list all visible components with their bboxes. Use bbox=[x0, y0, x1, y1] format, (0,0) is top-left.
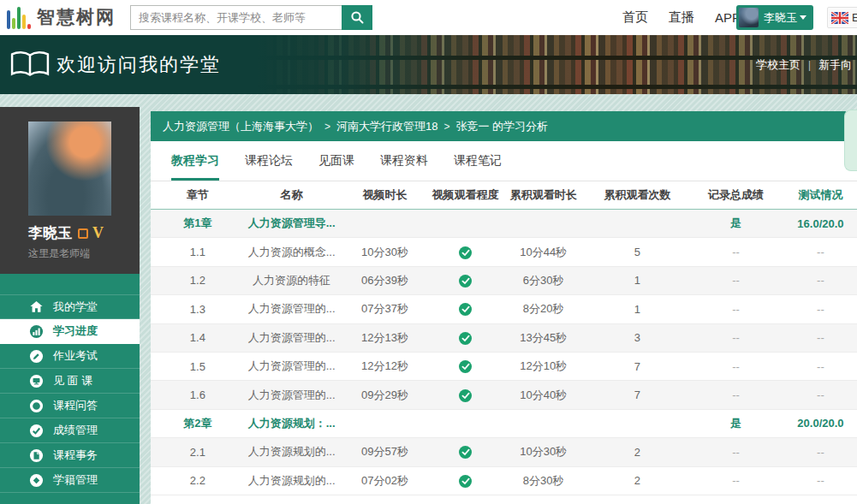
table-row: 1.4人力资源管理的...12分13秒13分45秒3---- bbox=[151, 324, 857, 353]
table-cell: 8分20秒 bbox=[500, 301, 587, 317]
banner-links: 学校主页 | 新手向 bbox=[756, 57, 852, 73]
profile-name-row: 李晓玉 V bbox=[28, 223, 104, 243]
tab-0[interactable]: 教程学习 bbox=[171, 153, 219, 181]
table-cell: 20.0/20.0 bbox=[784, 417, 857, 430]
watched-check-icon bbox=[459, 303, 472, 316]
watched-check-icon bbox=[459, 275, 472, 288]
logo-bars-icon bbox=[7, 5, 31, 29]
table-row: 1.1人力资源的概念...10分30秒10分44秒5---- bbox=[151, 238, 857, 266]
table-cell bbox=[431, 474, 500, 488]
sidebar-item-7[interactable]: 学籍管理 bbox=[0, 468, 140, 493]
welcome-banner: 欢迎访问我的学堂 学校主页 | 新手向 bbox=[0, 35, 857, 94]
tab-4[interactable]: 课程笔记 bbox=[454, 153, 502, 181]
table-cell: 1 bbox=[587, 274, 687, 287]
topnav-item-1[interactable]: 直播 bbox=[669, 9, 694, 26]
sidebar-item-3[interactable]: 见 面 课 bbox=[0, 369, 140, 394]
table-cell: 第2章 bbox=[151, 416, 245, 431]
table-cell: 12分10秒 bbox=[500, 359, 587, 374]
table-cell: -- bbox=[784, 246, 857, 258]
banner-title: 欢迎访问我的学堂 bbox=[57, 52, 221, 78]
monitor-icon bbox=[29, 374, 44, 388]
table-header-cell-1: 名称 bbox=[245, 187, 339, 203]
table-header-cell-2: 视频时长 bbox=[338, 187, 431, 203]
sidebar-item-6[interactable]: 课程事务 bbox=[0, 443, 140, 468]
table-cell: 6分30秒 bbox=[500, 273, 587, 288]
pencil-icon bbox=[29, 349, 44, 364]
sidebar-item-label: 课程事务 bbox=[53, 448, 98, 463]
table-header-row: 章节名称视频时长视频观看程度累积观看时长累积观看次数记录总成绩测试情况 bbox=[151, 181, 857, 210]
table-cell: 2.1 bbox=[151, 446, 245, 459]
breadcrumb-segment-0[interactable]: 人力资源管理（上海海事大学） bbox=[163, 119, 318, 134]
table-cell: 人力资源的概念... bbox=[245, 245, 339, 260]
open-book-icon bbox=[10, 50, 50, 80]
table-cell: 5 bbox=[587, 246, 687, 258]
table-cell: 1.6 bbox=[151, 388, 245, 401]
language-switcher[interactable]: E bbox=[827, 7, 857, 28]
table-cell: 12分12秒 bbox=[338, 359, 431, 374]
table-cell: 8分30秒 bbox=[500, 473, 587, 489]
table-cell: 2 bbox=[587, 474, 687, 487]
table-row: 2.1人力资源规划的...09分57秒10分30秒2---- bbox=[151, 438, 857, 466]
watched-check-icon bbox=[459, 389, 472, 402]
profile-photo[interactable] bbox=[28, 122, 111, 216]
table-row: 第2章人力资源规划：...是20.0/20.0 bbox=[151, 410, 857, 438]
breadcrumb-segment-1[interactable]: 河南大学行政管理18 bbox=[336, 119, 437, 134]
sidebar-item-2[interactable]: 作业考试 bbox=[0, 344, 140, 369]
diamond-icon bbox=[29, 473, 44, 488]
table-body: 第1章人力资源管理导...是16.0/20.01.1人力资源的概念...10分3… bbox=[151, 210, 857, 495]
user-menu-button[interactable]: 李晓玉 bbox=[736, 5, 813, 30]
table-cell: 人力资源管理导... bbox=[245, 216, 339, 231]
tab-2[interactable]: 见面课 bbox=[318, 153, 354, 181]
table-cell: -- bbox=[687, 303, 784, 316]
table-cell: -- bbox=[687, 388, 784, 401]
topbar: 智慧树网 首页直播APP 李晓玉 E bbox=[0, 0, 857, 35]
tab-3[interactable]: 课程资料 bbox=[380, 153, 428, 181]
table-row: 1.2人力资源的特征06分39秒6分30秒1---- bbox=[151, 267, 857, 295]
table-header-cell-4: 累积观看时长 bbox=[500, 187, 587, 203]
school-home-link[interactable]: 学校主页 bbox=[756, 57, 800, 73]
profile-card: 李晓玉 V 这里是老师端 bbox=[0, 107, 140, 274]
sidebar-item-label: 我的学堂 bbox=[53, 299, 98, 315]
table-cell bbox=[431, 302, 500, 316]
document-icon bbox=[29, 448, 44, 463]
table-cell: 7 bbox=[587, 388, 687, 401]
table-cell: 人力资源管理的... bbox=[245, 359, 339, 374]
content-panel: 教程学习课程论坛见面课课程资料课程笔记 章节名称视频时长视频观看程度累积观看时长… bbox=[151, 141, 857, 504]
breadcrumb-segment-2[interactable]: 张竞一 的学习分析 bbox=[456, 119, 549, 134]
floating-help-widget[interactable] bbox=[844, 110, 857, 171]
search-button[interactable] bbox=[342, 5, 372, 30]
table-cell: -- bbox=[687, 446, 784, 459]
sidebar-item-label: 见 面 课 bbox=[53, 373, 92, 388]
table-cell: 09分29秒 bbox=[338, 388, 431, 403]
watched-check-icon bbox=[459, 360, 472, 373]
table-cell: -- bbox=[687, 246, 784, 258]
beginner-guide-link[interactable]: 新手向 bbox=[818, 57, 852, 73]
breadcrumb: 人力资源管理（上海海事大学）>河南大学行政管理18>张竞一 的学习分析 bbox=[151, 111, 857, 141]
user-name: 李晓玉 bbox=[764, 10, 800, 26]
sidebar-item-label: 学习进度 bbox=[53, 323, 98, 339]
zhihuishu-logo[interactable]: 智慧树网 bbox=[7, 5, 116, 29]
search-input[interactable] bbox=[130, 5, 342, 30]
table-row: 2.2人力资源规划的...07分02秒8分30秒2---- bbox=[151, 467, 857, 495]
language-label: E bbox=[852, 11, 857, 24]
topnav-item-0[interactable]: 首页 bbox=[622, 9, 648, 26]
sidebar-item-0[interactable]: 我的学堂 bbox=[0, 294, 140, 319]
table-cell: 人力资源的特征 bbox=[245, 273, 339, 288]
logo-text: 智慧树网 bbox=[37, 5, 116, 29]
search-bar bbox=[130, 5, 372, 30]
sidebar-item-5[interactable]: 成绩管理 bbox=[0, 418, 140, 443]
teacher-badge-icon bbox=[78, 228, 88, 239]
profile-name: 李晓玉 bbox=[28, 223, 72, 243]
tab-bar: 教程学习课程论坛见面课课程资料课程笔记 bbox=[151, 141, 857, 181]
sidebar-item-label: 成绩管理 bbox=[53, 423, 98, 438]
sidebar-item-label: 学籍管理 bbox=[53, 472, 98, 488]
link-divider: | bbox=[808, 59, 811, 71]
table-cell: 10分30秒 bbox=[338, 245, 431, 260]
sidebar-item-label: 作业考试 bbox=[53, 348, 98, 364]
sidebar-item-4[interactable]: 课程问答 bbox=[0, 394, 140, 418]
table-cell: -- bbox=[687, 331, 784, 344]
tab-1[interactable]: 课程论坛 bbox=[245, 153, 293, 181]
table-cell: 2.2 bbox=[151, 474, 245, 487]
table-cell: 7 bbox=[587, 360, 687, 373]
sidebar-item-1[interactable]: 学习进度 bbox=[0, 319, 140, 344]
